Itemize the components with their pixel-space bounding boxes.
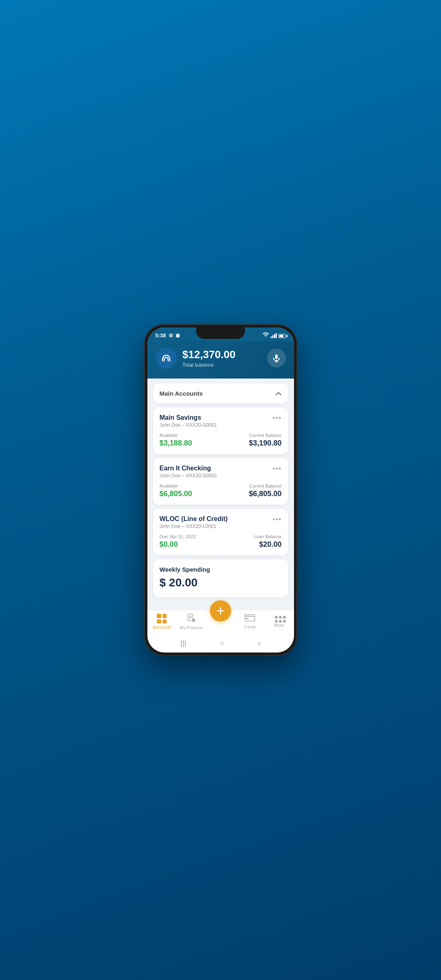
status-right: [263, 332, 286, 339]
signal-icon: [271, 333, 277, 338]
app-header: $12,370.00 Total balance: [147, 341, 294, 379]
main-accounts-header[interactable]: Main Accounts: [153, 383, 288, 403]
weekly-spending-title: Weekly Spending: [160, 566, 282, 573]
nav-item-accounts[interactable]: Accounts: [149, 614, 174, 630]
account-name-0: Main Savings: [160, 414, 217, 421]
settings-icon: ⚙: [169, 333, 173, 339]
account-card-earn-checking[interactable]: Earn It Checking John Doe – XXX20-S0002 …: [153, 458, 288, 505]
nav-item-more[interactable]: More: [267, 616, 292, 628]
myfinance-icon: [187, 613, 196, 624]
scroll-content: Main Accounts Main Savings John Doe – XX…: [147, 379, 294, 610]
nav-label-myfinance: My Finance: [180, 625, 203, 630]
available-amount-1: $6,805.00: [160, 490, 192, 498]
wifi-icon: [263, 332, 269, 339]
current-amount-1: $6,805.00: [249, 490, 281, 498]
fab-button[interactable]: [210, 600, 231, 621]
account-card-wloc[interactable]: WLOC (Line of Credit) John Doe – XXX20-L…: [153, 509, 288, 555]
loan-balance-label-2: Loan Balance: [254, 534, 281, 539]
available-label-0: Available: [160, 433, 192, 438]
more-icon: [275, 616, 284, 621]
weekly-spending-card: Weekly Spending $ 20.00: [153, 559, 288, 597]
more-dots-1[interactable]: •••: [273, 465, 282, 473]
chevron-up-icon[interactable]: [275, 390, 282, 397]
bottom-nav: Accounts My Finance: [147, 610, 294, 636]
more-dots-0[interactable]: •••: [273, 414, 282, 423]
svg-rect-0: [275, 354, 278, 359]
current-balance-label-0: Current Balance: [249, 433, 281, 438]
app-logo: [156, 347, 177, 369]
phone-screen: 5:38 ⚙ ▣: [147, 327, 294, 653]
phone-frame: 5:38 ⚙ ▣: [144, 324, 297, 656]
nav-label-accounts: Accounts: [153, 625, 171, 630]
svg-rect-14: [246, 618, 248, 619]
nav-item-myfinance[interactable]: My Finance: [179, 613, 203, 630]
status-left: 5:38 ⚙ ▣: [156, 332, 180, 339]
current-amount-2: $20.00: [254, 540, 281, 549]
nav-label-more: More: [274, 623, 284, 628]
android-home-button[interactable]: ○: [220, 639, 225, 648]
current-balance-label-1: Current Balance: [249, 483, 281, 488]
total-balance: $12,370.00: [183, 348, 236, 361]
available-amount-0: $3,188.80: [160, 439, 192, 448]
battery-icon: [278, 332, 286, 339]
status-time: 5:38: [156, 332, 166, 339]
due-label-2: Due: Apr 31, 2022: [160, 534, 196, 539]
android-back-button[interactable]: ‹: [258, 639, 261, 648]
account-number-0: John Doe – XXX20-S0001: [160, 422, 217, 428]
mic-button[interactable]: [267, 349, 286, 368]
account-number-1: John Doe – XXX20-S0002: [160, 473, 217, 479]
current-amount-0: $3,190.80: [249, 439, 281, 448]
account-name-1: Earn It Checking: [160, 465, 217, 472]
more-dots-2[interactable]: •••: [273, 515, 282, 524]
android-nav: ||| ○ ‹: [147, 636, 294, 653]
account-name-2: WLOC (Line of Credit): [160, 515, 228, 523]
account-number-2: John Doe – XXX20-L0001: [160, 523, 228, 529]
accounts-icon: [157, 614, 167, 624]
weekly-spending-amount: $ 20.00: [160, 576, 282, 589]
account-card-main-savings[interactable]: Main Savings John Doe – XXX20-S0001 ••• …: [153, 408, 288, 454]
nav-item-cards[interactable]: Cards: [238, 614, 262, 629]
sim-icon: ▣: [176, 333, 180, 338]
balance-label: Total balance: [183, 362, 236, 368]
android-recent-button[interactable]: |||: [180, 639, 186, 648]
cards-icon: [245, 614, 255, 623]
nav-label-cards: Cards: [244, 624, 256, 629]
section-title: Main Accounts: [160, 390, 203, 397]
available-amount-2: $0.00: [160, 540, 196, 549]
available-label-1: Available: [160, 483, 192, 488]
phone-notch: [196, 327, 245, 339]
